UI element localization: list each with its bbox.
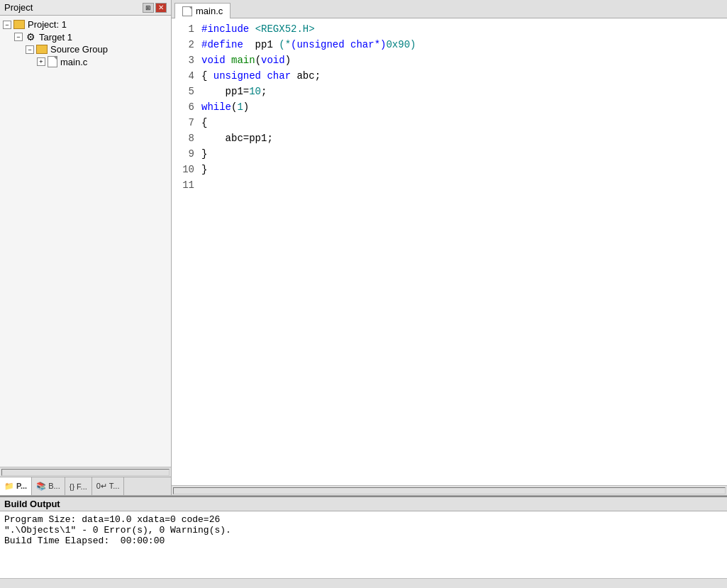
tab-label: main.c bbox=[196, 6, 223, 16]
line-num-4: 4 bbox=[172, 68, 201, 84]
code-line-5: 5 pp1=10; bbox=[172, 84, 727, 99]
code-line-4: 4 { unsigned char abc; bbox=[172, 68, 727, 84]
tree-label-project: Project: 1 bbox=[28, 19, 67, 30]
build-output-panel: Build Output Program Size: data=10.0 xda… bbox=[0, 496, 727, 588]
tree-label-source-group: Source Group bbox=[50, 44, 108, 55]
tree-item-source-group[interactable]: − Source Group bbox=[0, 43, 171, 55]
line-num-2: 2 bbox=[172, 37, 201, 52]
close-button[interactable]: ✕ bbox=[155, 3, 167, 13]
tree-item-target[interactable]: − ⚙ Target 1 bbox=[0, 30, 171, 43]
editor-tab-bar: main.c bbox=[172, 0, 727, 18]
left-tab-templates[interactable]: 0↵ T... bbox=[92, 477, 125, 495]
tree-label-main-c: main.c bbox=[60, 57, 87, 67]
line-code-4: { unsigned char abc; bbox=[201, 68, 321, 84]
line-num-3: 3 bbox=[172, 52, 201, 68]
code-editor[interactable]: 1 #include <REGX52.H> 2 #define pp1 (*(u… bbox=[172, 18, 727, 485]
editor-hscroll-track[interactable] bbox=[173, 487, 726, 494]
left-hscroll-track[interactable] bbox=[1, 469, 170, 476]
code-content: 1 #include <REGX52.H> 2 #define pp1 (*(u… bbox=[172, 18, 727, 485]
line-num-7: 7 bbox=[172, 115, 201, 131]
code-line-11: 11 bbox=[172, 177, 727, 193]
line-num-10: 10 bbox=[172, 162, 201, 177]
line-num-6: 6 bbox=[172, 99, 201, 115]
line-code-6: while(1) bbox=[201, 99, 249, 115]
left-tab-project[interactable]: 📁 P... bbox=[0, 477, 32, 495]
project-tree: − Project: 1 − ⚙ Target 1 − Source Group… bbox=[0, 16, 171, 467]
left-panel-tabs: 📁 P... 📚 B... {} F... 0↵ T... bbox=[0, 477, 171, 495]
editor-tab-main-c[interactable]: main.c bbox=[174, 3, 231, 18]
left-panel: Project ⊞ ✕ − Project: 1 − ⚙ Target 1 bbox=[0, 0, 172, 495]
code-line-7: 7 { bbox=[172, 115, 727, 131]
folder-icon-project bbox=[13, 20, 25, 29]
line-code-1: #include <REGX52.H> bbox=[201, 21, 315, 37]
expand-icon-target[interactable]: − bbox=[14, 33, 23, 41]
editor-hscroll[interactable] bbox=[172, 485, 727, 495]
build-output-title: Build Output bbox=[0, 497, 727, 511]
expand-icon-project[interactable]: − bbox=[3, 21, 11, 29]
line-num-9: 9 bbox=[172, 146, 201, 162]
left-tab-books[interactable]: 📚 B... bbox=[32, 477, 65, 495]
build-output-scroll[interactable] bbox=[0, 578, 727, 588]
left-tab-functions[interactable]: {} F... bbox=[65, 477, 92, 495]
tree-item-main-c[interactable]: + main.c bbox=[0, 55, 171, 68]
main-area: Project ⊞ ✕ − Project: 1 − ⚙ Target 1 bbox=[0, 0, 727, 496]
expand-icon-source-group[interactable]: − bbox=[26, 45, 34, 54]
code-line-10: 10 } bbox=[172, 162, 727, 177]
build-output-content: Program Size: data=10.0 xdata=0 code=26 … bbox=[0, 511, 727, 578]
right-panel: main.c 1 #include <REGX52.H> 2 #define p… bbox=[172, 0, 727, 495]
tree-label-target: Target 1 bbox=[39, 32, 72, 43]
panel-header-buttons: ⊞ ✕ bbox=[143, 3, 167, 13]
line-num-5: 5 bbox=[172, 84, 201, 99]
folder-icon-source-group bbox=[36, 45, 48, 54]
left-panel-hscroll[interactable] bbox=[0, 467, 171, 477]
code-line-1: 1 #include <REGX52.H> bbox=[172, 21, 727, 37]
code-line-8: 8 abc=pp1; bbox=[172, 131, 727, 146]
line-code-9: } bbox=[201, 146, 207, 162]
tab-file-icon bbox=[182, 6, 192, 16]
file-icon-main-c bbox=[48, 56, 57, 67]
line-num-8: 8 bbox=[172, 131, 201, 146]
line-code-5: pp1=10; bbox=[201, 84, 267, 99]
line-code-10: } bbox=[201, 162, 207, 177]
line-code-2: #define pp1 (*(unsigned char*)0x90) bbox=[201, 37, 416, 52]
code-line-9: 9 } bbox=[172, 146, 727, 162]
line-num-1: 1 bbox=[172, 21, 201, 37]
expand-icon-main-c[interactable]: + bbox=[37, 57, 45, 66]
code-line-3: 3 void main(void) bbox=[172, 52, 727, 68]
line-code-3: void main(void) bbox=[201, 52, 291, 68]
project-panel-title: Project bbox=[4, 2, 33, 13]
line-code-7: { bbox=[201, 115, 207, 131]
code-line-6: 6 while(1) bbox=[172, 99, 727, 115]
tree-item-project[interactable]: − Project: 1 bbox=[0, 18, 171, 30]
line-code-8: abc=pp1; bbox=[201, 131, 273, 146]
pin-button[interactable]: ⊞ bbox=[143, 3, 154, 13]
panel-header: Project ⊞ ✕ bbox=[0, 0, 171, 16]
gear-icon-target: ⚙ bbox=[25, 31, 36, 43]
code-line-2: 2 #define pp1 (*(unsigned char*)0x90) bbox=[172, 37, 727, 52]
line-num-11: 11 bbox=[172, 177, 201, 193]
